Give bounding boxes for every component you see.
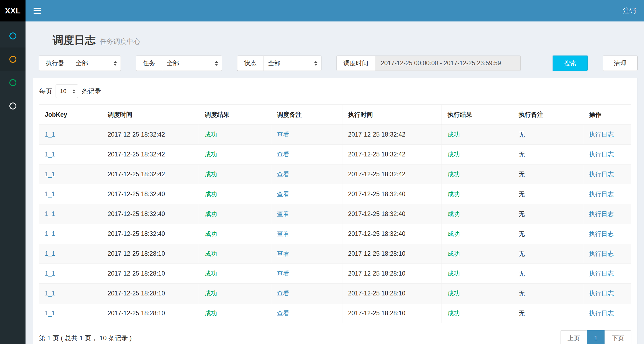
jobkey-link[interactable]: 1_1	[45, 210, 55, 217]
status-selected-value: 全部	[268, 59, 280, 67]
clear-log-button[interactable]: 清理	[603, 56, 638, 71]
table-footer: 第 1 页 ( 总共 1 页， 10 条记录 ) 上页 1 下页	[39, 330, 631, 344]
trigger-msg-cell: 查看	[271, 164, 342, 184]
view-trigger-msg-link[interactable]: 查看	[277, 270, 289, 277]
view-trigger-msg-link[interactable]: 查看	[277, 191, 289, 197]
pagination-summary: 第 1 页 ( 总共 1 页， 10 条记录 )	[39, 334, 132, 342]
job-filter-select[interactable]: 全部	[162, 56, 222, 71]
action-cell: 执行日志	[583, 164, 631, 184]
exec-log-link[interactable]: 执行日志	[589, 171, 614, 178]
trigger-result-cell: 成功	[199, 184, 271, 204]
exec-log-link[interactable]: 执行日志	[589, 230, 614, 237]
trigger-time-cell: 2017-12-25 18:32:42	[102, 145, 199, 164]
exec-log-link[interactable]: 执行日志	[589, 310, 614, 317]
jobkey-link[interactable]: 1_1	[45, 310, 55, 317]
handle-time-cell: 2017-12-25 18:32:40	[342, 204, 442, 224]
exec-log-link[interactable]: 执行日志	[589, 250, 614, 257]
handle-msg-cell: 无	[513, 184, 583, 204]
trigger-time-range-input[interactable]: 2017-12-25 00:00:00 - 2017-12-25 23:59:5…	[375, 56, 521, 71]
exec-log-link[interactable]: 执行日志	[589, 131, 614, 138]
view-trigger-msg-link[interactable]: 查看	[277, 250, 289, 257]
sidebar-item-3[interactable]	[0, 71, 26, 94]
action-cell: 执行日志	[583, 145, 631, 164]
exec-log-link[interactable]: 执行日志	[589, 210, 614, 217]
view-trigger-msg-link[interactable]: 查看	[277, 131, 289, 138]
page-size-control: 每页 10 条记录	[39, 85, 631, 98]
handle-time-cell: 2017-12-25 18:32:40	[342, 224, 442, 244]
status-filter-select[interactable]: 全部	[263, 56, 321, 71]
table-row: 1_1 2017-12-25 18:28:10 成功 查看 2017-12-25…	[39, 264, 631, 284]
search-button[interactable]: 搜索	[553, 56, 588, 71]
table-row: 1_1 2017-12-25 18:32:42 成功 查看 2017-12-25…	[39, 145, 631, 164]
handle-result-cell: 成功	[442, 224, 513, 244]
handle-time-cell: 2017-12-25 18:32:42	[342, 125, 442, 145]
jobkey-link[interactable]: 1_1	[45, 290, 55, 297]
jobkey-link[interactable]: 1_1	[45, 131, 55, 138]
exec-log-link[interactable]: 执行日志	[589, 191, 614, 197]
view-trigger-msg-link[interactable]: 查看	[277, 210, 289, 217]
view-trigger-msg-link[interactable]: 查看	[277, 151, 289, 158]
sidebar-toggle-icon[interactable]	[34, 8, 41, 14]
table-row: 1_1 2017-12-25 18:32:40 成功 查看 2017-12-25…	[39, 204, 631, 224]
pagination: 上页 1 下页	[560, 330, 631, 344]
exec-log-link[interactable]: 执行日志	[589, 290, 614, 297]
main-content: 调度日志 任务调度中心 执行器 全部 任务 全部 状态 全部 调度	[26, 0, 644, 344]
view-trigger-msg-link[interactable]: 查看	[277, 230, 289, 237]
view-trigger-msg-link[interactable]: 查看	[277, 290, 289, 297]
executor-filter-select[interactable]: 全部	[71, 56, 121, 71]
handle-result-cell: 成功	[442, 184, 513, 204]
jobkey-link[interactable]: 1_1	[45, 270, 55, 277]
trigger-result-cell: 成功	[199, 303, 271, 323]
next-page-button[interactable]: 下页	[605, 330, 631, 344]
page-title: 调度日志	[53, 33, 96, 47]
trigger-msg-cell: 查看	[271, 224, 342, 244]
jobkey-cell: 1_1	[39, 264, 102, 284]
table-row: 1_1 2017-12-25 18:32:42 成功 查看 2017-12-25…	[39, 125, 631, 145]
handle-time-cell: 2017-12-25 18:28:10	[342, 303, 442, 323]
jobkey-link[interactable]: 1_1	[45, 230, 55, 237]
executor-selected-value: 全部	[76, 59, 88, 67]
app-logo[interactable]: XXL	[0, 0, 26, 21]
sidebar-item-4[interactable]	[0, 94, 26, 118]
page-1-button[interactable]: 1	[587, 330, 605, 344]
prev-page-button[interactable]: 上页	[560, 330, 587, 344]
handle-msg-cell: 无	[513, 164, 583, 184]
page-size-select[interactable]: 10	[56, 85, 78, 98]
col-header-jobkey: JobKey	[39, 105, 102, 125]
circle-outline-icon	[9, 103, 16, 109]
exec-log-link[interactable]: 执行日志	[589, 151, 614, 158]
job-filter-label: 任务	[136, 56, 162, 71]
jobkey-cell: 1_1	[39, 224, 102, 244]
jobkey-link[interactable]: 1_1	[45, 191, 55, 197]
status-filter-group: 状态 全部	[237, 56, 321, 71]
col-header-action: 操作	[583, 105, 631, 125]
jobkey-link[interactable]: 1_1	[45, 151, 55, 158]
handle-result-cell: 成功	[442, 303, 513, 323]
table-row: 1_1 2017-12-25 18:32:40 成功 查看 2017-12-25…	[39, 184, 631, 204]
action-cell: 执行日志	[583, 284, 631, 303]
col-header-trigger-msg: 调度备注	[271, 105, 342, 125]
handle-result-cell: 成功	[442, 125, 513, 145]
page-size-prefix-label: 每页	[39, 87, 52, 96]
sidebar-item-1[interactable]	[0, 24, 26, 47]
jobkey-cell: 1_1	[39, 184, 102, 204]
trigger-result-cell: 成功	[199, 204, 271, 224]
trigger-time-cell: 2017-12-25 18:28:10	[102, 284, 199, 303]
handle-msg-cell: 无	[513, 125, 583, 145]
exec-log-link[interactable]: 执行日志	[589, 270, 614, 277]
sidebar-item-2[interactable]	[0, 47, 26, 71]
logout-link[interactable]: 注销	[623, 6, 636, 15]
trigger-msg-cell: 查看	[271, 204, 342, 224]
handle-msg-cell: 无	[513, 264, 583, 284]
trigger-msg-cell: 查看	[271, 145, 342, 164]
log-table-box: 每页 10 条记录 JobKey 调度时间 调度结果 调度备注 执行时间 执行结…	[33, 78, 638, 344]
jobkey-link[interactable]: 1_1	[45, 250, 55, 257]
trigger-msg-cell: 查看	[271, 284, 342, 303]
select-arrows-icon	[215, 61, 218, 66]
handle-result-cell: 成功	[442, 284, 513, 303]
trigger-time-cell: 2017-12-25 18:32:40	[102, 184, 199, 204]
jobkey-link[interactable]: 1_1	[45, 171, 55, 178]
dispatch-log-table: JobKey 调度时间 调度结果 调度备注 执行时间 执行结果 执行备注 操作 …	[39, 104, 631, 323]
view-trigger-msg-link[interactable]: 查看	[277, 310, 289, 317]
view-trigger-msg-link[interactable]: 查看	[277, 171, 289, 178]
